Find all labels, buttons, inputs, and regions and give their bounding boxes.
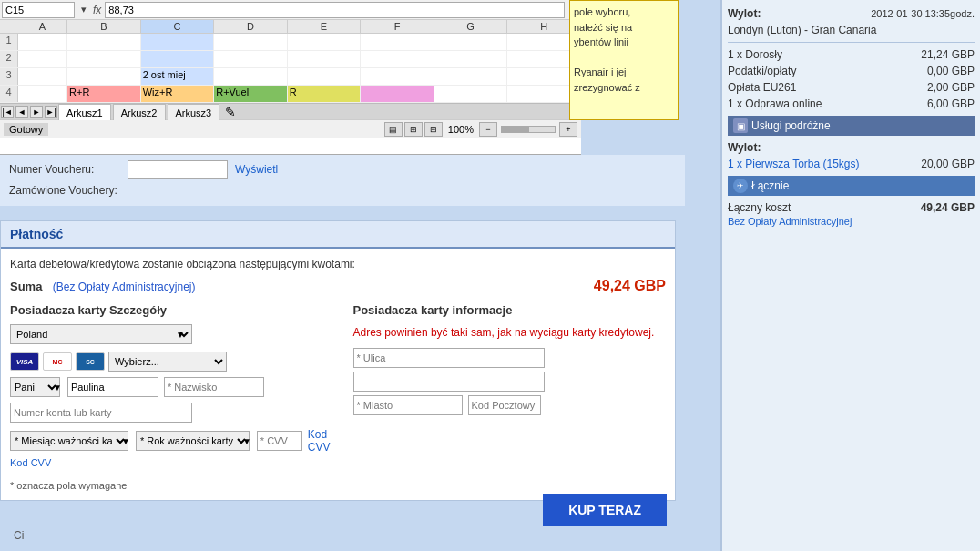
col-header-g[interactable]: G (434, 20, 508, 33)
card-type-select[interactable]: Wybierz... (108, 352, 227, 372)
cell-b1[interactable] (67, 34, 141, 50)
eu261-price: 2,00 GBP (927, 81, 975, 94)
cell-b3[interactable] (67, 68, 141, 85)
cell-g3[interactable] (434, 68, 508, 85)
wyswietl-button[interactable]: Wyświetl (235, 163, 278, 176)
col-header-c[interactable]: C (141, 20, 215, 33)
row-num-4: 4 (0, 86, 18, 102)
tab-nav-first[interactable]: |◄ (1, 106, 14, 118)
zoom-out-btn[interactable]: − (479, 122, 497, 137)
zoom-slider[interactable] (501, 126, 556, 133)
checkin-row: 1 x Odprawa online 6,00 GBP (728, 96, 975, 112)
cell-f1[interactable] (361, 34, 434, 50)
payment-title: Płatność (10, 227, 63, 241)
bag-link[interactable]: 1 x Pierwsza Torba (15kgs) (728, 158, 860, 170)
no-fee-label: (Bez Opłaty Administracyjnej) (53, 281, 196, 293)
grid: A B C D E F G H 1 2 (0, 20, 581, 103)
cell-e3[interactable] (288, 68, 362, 85)
month-select[interactable]: * Miesiąc ważności karty (10, 431, 128, 451)
fx-label: fx (93, 4, 101, 16)
postcode-input[interactable] (468, 395, 541, 415)
no-admin-fee: Bez Opłaty Administracyjnej (728, 216, 975, 227)
cell-c2[interactable] (141, 51, 215, 67)
yellow-popup: pole wyboru,należć się naybentów liniiRy… (569, 0, 679, 120)
cvv-input[interactable] (257, 431, 302, 451)
voucher-number-input[interactable] (128, 160, 228, 179)
street-input[interactable] (353, 348, 545, 368)
col-header-a[interactable]: A (18, 20, 67, 33)
card-details-col: Posiadacza karty Szczegóły Poland ▼ VISA… (10, 303, 335, 468)
page-view-btn[interactable]: ⊞ (404, 122, 423, 137)
formula-input[interactable] (105, 2, 565, 18)
cell-g2[interactable] (434, 51, 508, 67)
city-input[interactable] (353, 395, 463, 415)
table-row: 2 (0, 51, 581, 68)
street-second-input[interactable] (353, 372, 545, 392)
cell-b2[interactable] (67, 51, 141, 67)
cell-a1[interactable] (18, 34, 67, 50)
col-header-f[interactable]: F (361, 20, 434, 33)
cell-g1[interactable] (434, 34, 508, 50)
sheet-tab-3[interactable]: Arkusz3 (168, 104, 220, 120)
cell-d2[interactable] (214, 51, 288, 67)
zoom-level: 100% (448, 124, 474, 135)
cell-d3[interactable] (214, 68, 288, 85)
col-header-d[interactable]: D (214, 20, 288, 33)
total-cost-label: Łączny koszt (728, 201, 791, 214)
table-row: 4 R+R Wiz+R R+Vuel R (0, 86, 581, 103)
country-select[interactable]: Poland (10, 324, 192, 344)
adults-label: 1 x Dorosły (728, 48, 782, 61)
cell-e4[interactable]: R (288, 86, 362, 102)
tab-nav-prev[interactable]: ◄ (15, 106, 28, 118)
tab-nav-last[interactable]: ►| (45, 106, 57, 118)
payment-info-text: Karta debetowa/kredytowa zostanie obciąż… (10, 258, 666, 270)
suma-left: Suma (Bez Opłaty Administracyjnej) (10, 280, 195, 293)
cell-a2[interactable] (18, 51, 67, 67)
cell-b4[interactable]: R+R (67, 86, 141, 102)
normal-view-btn[interactable]: ▤ (384, 122, 403, 137)
cvv-link-second[interactable]: Kod CVV (10, 457, 335, 468)
sheet-tab-1[interactable]: Arkusz1 (58, 104, 111, 120)
cell-f3[interactable] (361, 68, 434, 85)
sheet-tabs: |◄ ◄ ► ►| Arkusz1 Arkusz2 Arkusz3 ✎ (0, 103, 581, 119)
card-info-col: Posiadacza karty informacje Adres powini… (353, 303, 667, 468)
title-select[interactable]: Pani (10, 377, 60, 397)
cell-ref-input[interactable] (2, 2, 75, 18)
services-label: Usługi podróżne (751, 119, 831, 132)
route-text: Londyn (Luton) - Gran Canaria (728, 24, 876, 36)
voucher-number-label: Numer Voucheru: (9, 163, 128, 176)
departure-section: Wylot: 2012-01-30 13:35godz. Londyn (Lut… (728, 5, 975, 112)
year-select[interactable]: * Rok ważności karty (136, 431, 250, 451)
cell-c3[interactable]: 2 ost miej (141, 68, 215, 85)
cell-c1[interactable] (141, 34, 215, 50)
total-icon: ✈ (733, 179, 748, 193)
route-row: Londyn (Luton) - Gran Canaria (728, 22, 975, 38)
buy-button[interactable]: KUP TERAZ (543, 494, 667, 526)
col-header-e[interactable]: E (288, 20, 362, 33)
adults-row: 1 x Dorosły 21,24 GBP (728, 46, 975, 63)
cell-e2[interactable] (288, 51, 362, 67)
row-num-1: 1 (0, 34, 18, 50)
cell-f4[interactable] (361, 86, 434, 102)
add-sheet-icon[interactable]: ✎ (225, 105, 236, 119)
bag-price: 20,00 GBP (921, 158, 975, 170)
col-header-b[interactable]: B (67, 20, 141, 33)
tab-nav-next[interactable]: ► (30, 106, 43, 118)
sheet-tab-2[interactable]: Arkusz2 (113, 104, 166, 120)
first-name-input[interactable] (67, 377, 158, 397)
cell-d1[interactable] (214, 34, 288, 50)
page-break-btn[interactable]: ⊟ (424, 122, 443, 137)
departure2-row: Wylot: (728, 139, 975, 156)
cell-a4[interactable] (18, 86, 67, 102)
cell-d4[interactable]: R+Vuel (214, 86, 288, 102)
cell-e1[interactable] (288, 34, 362, 50)
cvv-link[interactable]: Kod CVV (308, 428, 335, 454)
cell-f2[interactable] (361, 51, 434, 67)
card-number-input[interactable] (10, 403, 192, 423)
buy-button-row: KUP TERAZ (0, 494, 676, 526)
cell-g4[interactable] (434, 86, 508, 102)
cell-c4[interactable]: Wiz+R (141, 86, 215, 102)
zoom-in-btn[interactable]: + (559, 122, 577, 137)
last-name-input[interactable] (164, 377, 264, 397)
cell-a3[interactable] (18, 68, 67, 85)
